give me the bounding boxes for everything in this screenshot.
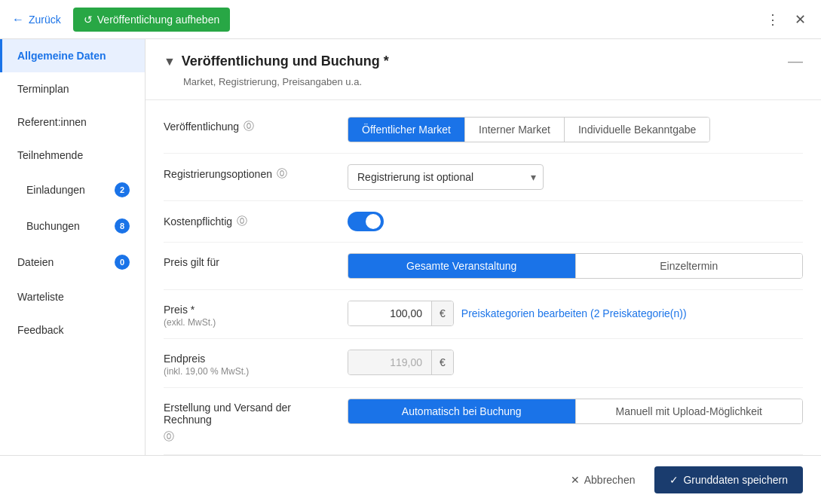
sidebar-item-referenten[interactable]: Referent:innen bbox=[0, 105, 145, 139]
cancel-icon: ✕ bbox=[571, 474, 580, 486]
sidebar-item-allgemeine-daten[interactable]: Allgemeine Daten bbox=[0, 39, 145, 72]
preis-gilt-label: Preis gilt für bbox=[164, 253, 329, 268]
endpreis-input-wrap: € bbox=[348, 350, 454, 375]
save-button[interactable]: ✓ Grunddaten speichern bbox=[654, 466, 803, 493]
section-collapse-button[interactable]: — bbox=[788, 53, 803, 70]
sidebar-label: Einladungen bbox=[26, 184, 85, 196]
back-label: Zurück bbox=[29, 14, 61, 26]
sidebar-label: Allgemeine Daten bbox=[17, 50, 106, 62]
sidebar-label: Feedback bbox=[17, 324, 63, 336]
publish-icon: ↺ bbox=[84, 14, 93, 26]
preis-gilt-control: Gesamte Veranstaltung Einzeltermin bbox=[348, 253, 803, 279]
rechnung-auto-btn[interactable]: Automatisch bei Buchung bbox=[348, 399, 576, 423]
registrierung-select-wrap: Registrierung ist optional Registrierung… bbox=[348, 164, 544, 190]
sidebar-label: Buchungen bbox=[26, 220, 80, 232]
top-bar-right: ⋮ ✕ bbox=[763, 8, 809, 31]
preis-gilt-gesamt-btn[interactable]: Gesamte Veranstaltung bbox=[348, 254, 576, 278]
main-layout: Allgemeine Daten Terminplan Referent:inn… bbox=[0, 39, 821, 455]
veroeffentlichung-row: Veröffentlichung ⓪ Öffentlicher Market I… bbox=[164, 106, 803, 154]
cancel-button[interactable]: ✕ Abbrechen bbox=[560, 468, 646, 492]
sidebar-label: Dateien bbox=[17, 256, 54, 268]
close-icon: ✕ bbox=[795, 12, 806, 27]
preis-control: € Preiskategorien bearbeiten (2 Preiskat… bbox=[348, 301, 803, 326]
preis-gilt-row: Preis gilt für Gesamte Veranstaltung Ein… bbox=[164, 243, 803, 290]
rechnung-control: Automatisch bei Buchung Manuell mit Uplo… bbox=[348, 399, 803, 424]
veroeffentlichung-internal-btn[interactable]: Interner Market bbox=[465, 118, 565, 142]
veroeffentlichung-individual-btn[interactable]: Individuelle Bekanntgabe bbox=[565, 118, 709, 142]
registrierung-label: Registrierungsoptionen ⓪ bbox=[164, 164, 329, 181]
preis-gilt-einzel-btn[interactable]: Einzeltermin bbox=[576, 254, 803, 278]
section-header: ▼ Veröffentlichung und Buchung * — bbox=[146, 39, 821, 76]
preis-label: Preis * (exkl. MwSt.) bbox=[164, 301, 329, 328]
close-button[interactable]: ✕ bbox=[792, 8, 809, 31]
buchungen-badge: 8 bbox=[115, 218, 130, 234]
section-title: Veröffentlichung und Buchung * bbox=[182, 53, 389, 69]
publish-button[interactable]: ↺ Veröffentlichung aufheben bbox=[73, 8, 230, 32]
sidebar-label: Terminplan bbox=[17, 83, 69, 95]
kostenpflichtig-label: Kostenpflichtig ⓪ bbox=[164, 212, 329, 228]
veroeffentlichung-label: Veröffentlichung ⓪ bbox=[164, 117, 329, 133]
sidebar-item-feedback[interactable]: Feedback bbox=[0, 313, 145, 347]
sidebar: Allgemeine Daten Terminplan Referent:inn… bbox=[0, 39, 146, 455]
kostenpflichtig-row: Kostenpflichtig ⓪ bbox=[164, 201, 803, 243]
top-bar-left: ← Zurück ↺ Veröffentlichung aufheben bbox=[12, 8, 230, 32]
sidebar-item-teilnehmende[interactable]: Teilnehmende bbox=[0, 139, 145, 172]
preis-input[interactable] bbox=[348, 301, 431, 325]
veroeffentlichung-public-btn[interactable]: Öffentlicher Market bbox=[348, 118, 465, 142]
more-icon: ⋮ bbox=[766, 12, 780, 27]
toggle-slider bbox=[348, 212, 384, 231]
rechnung-help-icon[interactable]: ⓪ bbox=[164, 430, 174, 444]
top-bar: ← Zurück ↺ Veröffentlichung aufheben ⋮ ✕ bbox=[0, 0, 821, 39]
preis-gilt-button-group: Gesamte Veranstaltung Einzeltermin bbox=[348, 253, 803, 279]
bottom-bar: ✕ Abbrechen ✓ Grunddaten speichern bbox=[0, 455, 821, 504]
back-button[interactable]: ← Zurück bbox=[12, 13, 61, 26]
save-label: Grunddaten speichern bbox=[683, 474, 788, 486]
veroeffentlichung-help-icon[interactable]: ⓪ bbox=[244, 120, 254, 133]
endpreis-row: Endpreis (inkl. 19,00 % MwSt.) € bbox=[164, 339, 803, 388]
registrierung-select[interactable]: Registrierung ist optional Registrierung… bbox=[348, 164, 544, 190]
registrierung-control: Registrierung ist optional Registrierung… bbox=[348, 164, 803, 190]
publish-label: Veröffentlichung aufheben bbox=[97, 14, 219, 26]
endpreis-currency: € bbox=[431, 350, 453, 374]
rechnung-button-group: Automatisch bei Buchung Manuell mit Uplo… bbox=[348, 399, 803, 424]
back-arrow-icon: ← bbox=[12, 13, 24, 26]
preiskategorien-link[interactable]: Preiskategorien bearbeiten (2 Preiskateg… bbox=[461, 307, 687, 319]
section-chevron-icon[interactable]: ▼ bbox=[164, 55, 176, 69]
registrierung-row: Registrierungsoptionen ⓪ Registrierung i… bbox=[164, 154, 803, 201]
kostenpflichtig-toggle[interactable] bbox=[348, 212, 384, 231]
sidebar-item-buchungen[interactable]: Buchungen 8 bbox=[0, 208, 145, 244]
sidebar-label: Teilnehmende bbox=[17, 149, 83, 161]
sidebar-item-warteliste[interactable]: Warteliste bbox=[0, 280, 145, 313]
kostenpflichtig-control bbox=[348, 212, 803, 231]
section-title-row: ▼ Veröffentlichung und Buchung * bbox=[164, 53, 389, 69]
einladungen-badge: 2 bbox=[115, 182, 130, 197]
sidebar-item-terminplan[interactable]: Terminplan bbox=[0, 72, 145, 105]
dateien-badge: 0 bbox=[115, 255, 130, 270]
veroeffentlichung-button-group: Öffentlicher Market Interner Market Indi… bbox=[348, 117, 710, 142]
rechnung-manual-btn[interactable]: Manuell mit Upload-Möglichkeit bbox=[576, 399, 803, 423]
preis-row: Preis * (exkl. MwSt.) € Preiskategorien … bbox=[164, 290, 803, 339]
preis-currency: € bbox=[431, 301, 453, 325]
sidebar-item-einladungen[interactable]: Einladungen 2 bbox=[0, 172, 145, 208]
kostenpflichtig-help-icon[interactable]: ⓪ bbox=[237, 215, 247, 228]
preis-input-wrap: € bbox=[348, 301, 454, 326]
more-button[interactable]: ⋮ bbox=[763, 8, 783, 31]
sidebar-label: Referent:innen bbox=[17, 116, 87, 128]
save-icon: ✓ bbox=[669, 474, 679, 486]
sidebar-label: Warteliste bbox=[17, 291, 64, 303]
rechnung-label: Erstellung und Versand der Rechnung ⓪ bbox=[164, 399, 329, 444]
sidebar-item-dateien[interactable]: Dateien 0 bbox=[0, 244, 145, 280]
form-body: Veröffentlichung ⓪ Öffentlicher Market I… bbox=[146, 100, 821, 455]
registrierung-help-icon[interactable]: ⓪ bbox=[277, 167, 287, 181]
rechnung-row: Erstellung und Versand der Rechnung ⓪ Au… bbox=[164, 388, 803, 455]
cancel-label: Abbrechen bbox=[584, 474, 636, 486]
endpreis-input bbox=[348, 350, 431, 374]
endpreis-label: Endpreis (inkl. 19,00 % MwSt.) bbox=[164, 350, 329, 377]
endpreis-control: € bbox=[348, 350, 803, 375]
veroeffentlichung-control: Öffentlicher Market Interner Market Indi… bbox=[348, 117, 803, 142]
section-subtitle: Market, Registrierung, Preisangaben u.a. bbox=[146, 76, 821, 99]
content-area: ▼ Veröffentlichung und Buchung * — Marke… bbox=[146, 39, 821, 455]
